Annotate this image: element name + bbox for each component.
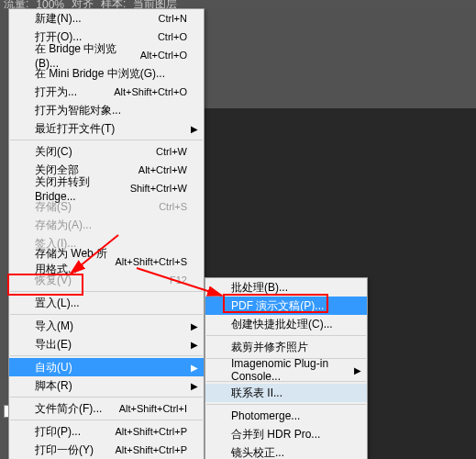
menu-item[interactable]: 打印一份(Y)Alt+Shift+Ctrl+P [9, 441, 204, 459]
menu-item-label: 导出(E) [35, 337, 187, 353]
menu-item[interactable]: 裁剪并修齐照片 [205, 338, 367, 356]
menu-shortcut: Alt+Ctrl+O [140, 50, 187, 61]
submenu-arrow-icon: ▶ [191, 321, 198, 331]
menu-item[interactable]: 脚本(R)▶ [9, 376, 204, 395]
menu-item-label: 在 Mini Bridge 中浏览(G)... [35, 66, 187, 82]
menu-item-label: 脚本(R) [35, 378, 187, 394]
menu-item[interactable]: 导入(M)▶ [9, 317, 204, 335]
submenu-arrow-icon: ▶ [191, 363, 198, 373]
menu-item: 恢复(V)F12 [9, 271, 204, 289]
menu-item-label: 创建快捷批处理(C)... [231, 317, 333, 332]
sample-label: 样本: [101, 0, 126, 8]
menu-shortcut: Ctrl+N [159, 13, 187, 24]
menu-item[interactable]: 打开为智能对象... [9, 101, 204, 119]
align-label: 对齐 [72, 0, 94, 8]
flow-value: 100% [36, 0, 64, 8]
menu-item[interactable]: 联系表 II... [205, 384, 367, 402]
menu-item-label: 打印一份(Y) [35, 442, 115, 458]
menu-shortcut: Alt+Shift+Ctrl+P [115, 444, 187, 455]
menu-item-label: PDF 演示文稿(P)... [231, 298, 324, 314]
menu-item-label: 打开为智能对象... [35, 103, 187, 118]
menu-item-label: 恢复(V) [35, 273, 170, 288]
menu-item[interactable]: PDF 演示文稿(P)... [205, 297, 367, 315]
automate-submenu[interactable]: 批处理(B)...PDF 演示文稿(P)...创建快捷批处理(C)... 裁剪并… [205, 277, 368, 459]
menu-item[interactable]: 打印(P)...Alt+Shift+Ctrl+P [9, 422, 204, 441]
menu-item-label: 批处理(B)... [231, 280, 288, 296]
submenu-arrow-icon: ▶ [191, 340, 198, 350]
menu-item-label: 裁剪并修齐照片 [231, 340, 308, 355]
menu-item[interactable]: 在 Bridge 中浏览(B)...Alt+Ctrl+O [9, 46, 204, 64]
menu-item-label: 联系表 II... [231, 386, 282, 401]
menu-item-label: 导入(M) [35, 319, 187, 334]
menu-item[interactable]: 合并到 HDR Pro... [205, 425, 367, 443]
menu-item[interactable]: 打开为...Alt+Shift+Ctrl+O [9, 83, 204, 101]
menu-item[interactable]: 关闭并转到 Bridge...Shift+Ctrl+W [9, 179, 204, 197]
menu-shortcut: Ctrl+S [159, 201, 187, 212]
menu-shortcut: Ctrl+W [156, 146, 187, 157]
menu-item-label: Imagenomic Plug-in Console... [231, 357, 350, 383]
menu-item-label: 置入(L)... [35, 296, 187, 311]
menu-item[interactable]: 置入(L)... [9, 294, 204, 312]
menu-item[interactable]: 新建(N)...Ctrl+N [9, 9, 204, 28]
menu-item-label: Photomerge... [231, 409, 300, 422]
menu-shortcut: Alt+Shift+Ctrl+O [114, 86, 187, 97]
submenu-arrow-icon: ▶ [354, 365, 361, 375]
menu-item-label: 文件简介(F)... [35, 401, 119, 417]
menu-item[interactable]: Imagenomic Plug-in Console...▶ [205, 361, 367, 379]
submenu-arrow-icon: ▶ [191, 381, 198, 391]
canvas-background [205, 8, 476, 108]
menu-item[interactable]: 关闭(C)Ctrl+W [9, 142, 204, 161]
menu-item[interactable]: 文件简介(F)...Alt+Shift+Ctrl+I [9, 399, 204, 418]
flow-label: 流量: [4, 0, 28, 8]
menu-shortcut: Alt+Shift+Ctrl+P [115, 426, 187, 437]
menu-shortcut: Ctrl+O [158, 31, 187, 42]
layer-label: 当前图层 [133, 0, 177, 8]
menu-item-label: 镜头校正... [231, 445, 284, 460]
menu-item[interactable]: 最近打开文件(T)▶ [9, 119, 204, 138]
menu-item-label: 打印(P)... [35, 424, 115, 440]
menu-item-label: 新建(N)... [35, 11, 159, 27]
menu-item-label: 存储为(A)... [35, 218, 187, 233]
menu-item-label: 存储(S) [35, 199, 159, 215]
menu-shortcut: F12 [170, 274, 187, 285]
file-menu[interactable]: 新建(N)...Ctrl+N打开(O)...Ctrl+O在 Bridge 中浏览… [8, 8, 205, 459]
menu-item-label: 最近打开文件(T) [35, 121, 187, 137]
submenu-arrow-icon: ▶ [191, 124, 198, 134]
menu-item[interactable]: 自动(U)▶ [9, 358, 204, 376]
menu-item-label: 自动(U) [35, 360, 187, 375]
menu-shortcut: Alt+Shift+Ctrl+S [115, 256, 187, 267]
menu-shortcut: Alt+Shift+Ctrl+I [119, 403, 187, 414]
menu-item-label: 关闭(C) [35, 144, 156, 160]
menu-item-label: 合并到 HDR Pro... [231, 427, 320, 442]
options-bar: 流量: 100% 对齐 样本: 当前图层 [0, 0, 476, 8]
menu-shortcut: Shift+Ctrl+W [130, 183, 187, 194]
menu-item-label: 打开为... [35, 84, 114, 100]
menu-item: 存储为(A)... [9, 216, 204, 234]
menu-item[interactable]: Photomerge... [205, 407, 367, 425]
menu-item[interactable]: 批处理(B)... [205, 278, 367, 297]
menu-item[interactable]: 存储为 Web 所用格式...Alt+Shift+Ctrl+S [9, 252, 204, 271]
menu-shortcut: Alt+Ctrl+W [138, 164, 187, 175]
menu-item: 存储(S)Ctrl+S [9, 197, 204, 216]
menu-item[interactable]: 导出(E)▶ [9, 335, 204, 353]
menu-item[interactable]: 在 Mini Bridge 中浏览(G)... [9, 64, 204, 83]
menu-item[interactable]: 镜头校正... [205, 443, 367, 459]
menu-item[interactable]: 创建快捷批处理(C)... [205, 315, 367, 333]
